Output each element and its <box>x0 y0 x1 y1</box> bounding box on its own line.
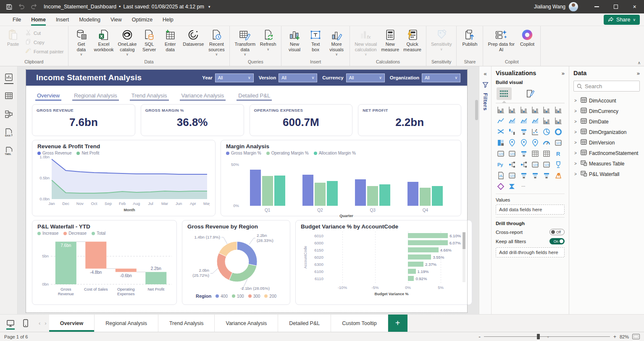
page-tab-custom-tooltip[interactable]: Custom Tooltip <box>331 315 388 332</box>
menu-optimize[interactable]: Optimize <box>127 14 158 25</box>
document-title[interactable]: Income_Statement_Dashboard • Last saved:… <box>44 4 210 10</box>
kpi-card-gross-margin[interactable]: GROSS MARGIN %36.8% <box>141 104 244 136</box>
onelake-catalog-button[interactable]: OneLake catalog∨ <box>116 28 139 59</box>
expand-icon[interactable]: > <box>574 161 578 166</box>
share-button[interactable]: Share ∨ <box>604 15 640 25</box>
clustered-column-chart-icon[interactable] <box>530 105 540 115</box>
minimize-button[interactable] <box>587 0 606 13</box>
report-tab-variance-analysis[interactable]: Variance Analysis <box>181 92 224 101</box>
new-card-icon[interactable]: 123 <box>507 171 517 180</box>
expand-icon[interactable]: > <box>574 140 578 145</box>
data-table-factincomestatement[interactable]: >FactIncomeStatement <box>573 148 640 158</box>
build-visual-tab[interactable] <box>497 87 512 100</box>
waterfall-chart-icon[interactable] <box>507 127 517 136</box>
visual-revenue-by-region[interactable]: Gross Revenue by Region 2.2bn(28.33%)2.1… <box>182 220 290 305</box>
menu-help[interactable]: Help <box>158 14 179 25</box>
kpi-card-operating-expenses[interactable]: OPERATING EXPENSES600.7M <box>250 104 353 136</box>
prev-page-icon[interactable]: ‹ <box>39 320 40 326</box>
undo-icon[interactable] <box>16 2 27 12</box>
maximize-button[interactable] <box>606 0 625 13</box>
power-automate-icon[interactable] <box>507 182 517 191</box>
page-tab-overview[interactable]: Overview <box>49 315 95 332</box>
slicer-organization-dropdown[interactable]: All∨ <box>422 73 460 82</box>
r-script-visual-icon[interactable]: R <box>553 149 563 158</box>
mobile-layout-button[interactable] <box>20 318 31 329</box>
values-field-well[interactable]: Add data fields here <box>496 205 565 215</box>
canvas-scrollbar[interactable] <box>475 100 478 150</box>
redo-icon[interactable] <box>29 2 39 12</box>
more-options-icon[interactable]: ⋯ <box>519 182 529 191</box>
get-data-button[interactable]: Get data∨ <box>71 28 92 59</box>
slicer-version-dropdown[interactable]: All∨ <box>279 73 317 82</box>
menu-view[interactable]: View <box>105 14 127 25</box>
model-view-icon[interactable] <box>3 109 14 119</box>
slicer-icon[interactable] <box>519 149 529 158</box>
donut-chart-icon[interactable] <box>553 127 563 136</box>
expand-icon[interactable]: > <box>574 151 578 155</box>
zoom-slider[interactable]: + <box>484 336 610 337</box>
visual-budget-variance[interactable]: Budget Variance % by AccountCode -10%-5%… <box>295 220 472 305</box>
page-tab-trend-analysis[interactable]: Trend Analysis <box>158 315 215 332</box>
user-name[interactable]: Jialiang Wang <box>534 4 565 10</box>
collapse-data-panel-icon[interactable]: » <box>637 70 640 76</box>
desktop-layout-button[interactable] <box>5 318 16 329</box>
funnel-chart-icon[interactable] <box>519 127 529 136</box>
data-search-input[interactable]: Search <box>573 81 640 92</box>
slicer-year-dropdown[interactable]: All∨ <box>215 73 254 82</box>
stacked-bar-chart-icon[interactable] <box>496 105 506 115</box>
expand-icon[interactable]: > <box>574 109 578 113</box>
report-tab-overview[interactable]: Overview <box>37 92 60 101</box>
collapse-ribbon-icon[interactable]: ∧ <box>638 60 641 65</box>
key-influencers-icon[interactable] <box>519 160 529 169</box>
expand-icon[interactable]: > <box>574 172 578 176</box>
scatter-chart-icon[interactable] <box>530 127 540 136</box>
azure-map-icon[interactable] <box>530 138 540 147</box>
enter-data-button[interactable]: Enter data <box>160 28 181 59</box>
filled-map-icon[interactable] <box>519 138 529 147</box>
tmdl-view-icon[interactable]: TMDL <box>3 146 14 156</box>
treemap-icon[interactable] <box>496 138 506 147</box>
zoom-out-button[interactable]: - <box>478 333 481 340</box>
data-table-dimaccount[interactable]: >DimAccount <box>573 96 640 105</box>
new-slicer-icon[interactable] <box>519 171 529 180</box>
new-measure-button[interactable]: New measure <box>379 28 401 59</box>
dataverse-button[interactable]: Dataverse <box>181 28 206 59</box>
publish-button[interactable]: Publish <box>459 28 480 59</box>
gauge-icon[interactable] <box>541 138 552 147</box>
data-table-dimversion[interactable]: >DimVersion <box>573 138 640 147</box>
kpi-card-gross-revenue[interactable]: GROSS REVENUE7.6bn <box>32 104 135 136</box>
line-stacked-column-chart-icon[interactable] <box>553 116 563 126</box>
excel-workbook-button[interactable]: Excel workbook <box>92 28 116 59</box>
menu-insert[interactable]: Insert <box>51 14 74 25</box>
line-clustered-column-chart-icon[interactable] <box>541 116 552 126</box>
data-table-p-l-waterfall[interactable]: >P&L Waterfall <box>573 169 640 179</box>
text-box-button[interactable]: Text box <box>305 28 326 59</box>
prep-data-for-ai-button[interactable]: Prep data for AI <box>486 28 517 59</box>
visual-margin-analysis[interactable]: Margin Analysis Gross Margin %Operating … <box>221 140 461 216</box>
recent-sources-button[interactable]: Recent sources∨ <box>206 28 227 59</box>
new-page-button[interactable]: + <box>388 315 407 332</box>
kpi-icon[interactable]: 123 <box>507 149 517 158</box>
quick-measure-button[interactable]: Quick measure <box>401 28 423 59</box>
page-tab-detailed-p-l[interactable]: Detailed P&L <box>278 315 331 332</box>
metrics-icon[interactable] <box>496 182 506 191</box>
save-icon[interactable] <box>3 2 14 12</box>
100-stacked-bar-chart-icon[interactable] <box>541 105 552 115</box>
expand-icon[interactable]: > <box>574 130 578 134</box>
smart-narrative-icon[interactable]: 123 <box>541 160 552 169</box>
data-table-dimorganization[interactable]: >DimOrganization <box>573 127 640 137</box>
100-stacked-column-chart-icon[interactable] <box>553 105 563 115</box>
user-avatar[interactable] <box>569 2 578 11</box>
clustered-bar-chart-icon[interactable] <box>519 105 529 115</box>
new-visual-calculation-button[interactable]: fxNew visual calculation∨ <box>352 28 379 59</box>
zoom-in-button[interactable]: + <box>613 334 616 340</box>
fit-to-page-icon[interactable] <box>632 334 640 339</box>
decomposition-tree-icon[interactable] <box>507 160 517 169</box>
transform-data-button[interactable]: Transform data∨ <box>232 28 258 59</box>
expand-icon[interactable]: > <box>574 119 578 124</box>
copy-button[interactable]: Copy <box>24 38 66 46</box>
sensitivity-button[interactable]: Sensitivity∨ <box>429 28 454 59</box>
ribbon-chart-icon[interactable] <box>496 127 506 136</box>
stacked-column-chart-icon[interactable] <box>507 105 517 115</box>
kpi-card-net-profit[interactable]: NET PROFIT2.2bn <box>358 104 461 136</box>
